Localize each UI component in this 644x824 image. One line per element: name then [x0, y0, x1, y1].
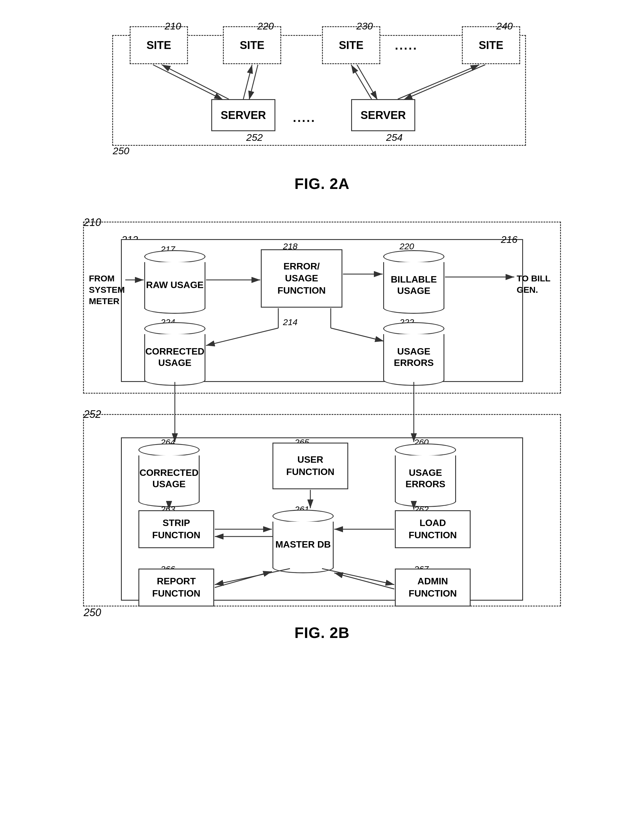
- corrected-usage-bot-cylinder: CORRECTED USAGE: [138, 443, 199, 502]
- server-254-box: SERVER: [351, 99, 415, 131]
- ref-214: 214: [283, 317, 297, 327]
- ref-210: 210: [165, 20, 181, 32]
- from-system-meter-label: FROMSYSTEMMETER: [89, 273, 125, 307]
- dots-sites: .....: [395, 38, 417, 52]
- ref-250-2b: 250: [84, 606, 101, 619]
- server-252-box: SERVER: [211, 99, 275, 131]
- fig2b-section: 210 212 216 FROMSYSTEMMETER TO BILLGEN. …: [74, 216, 570, 641]
- load-function-box: LOAD FUNCTION: [395, 510, 471, 548]
- fig2a-title: FIG. 2A: [294, 175, 350, 192]
- ref-250-label: 250: [113, 145, 129, 157]
- ref-254: 254: [386, 132, 403, 143]
- fig2a-diagram: 250 SITE 210 SITE 220 SITE 230 .....: [89, 17, 555, 169]
- ref-230: 230: [356, 20, 373, 32]
- report-function-box: REPORT FUNCTION: [138, 569, 214, 606]
- ref-252: 252: [246, 132, 263, 143]
- raw-usage-cylinder: RAW USAGE: [144, 249, 205, 309]
- dots-servers: .....: [293, 111, 316, 125]
- billable-usage-cylinder: BILLABLE USAGE: [383, 249, 445, 309]
- usage-errors-top-cylinder: USAGE ERRORS: [383, 321, 445, 381]
- ref-240: 240: [496, 20, 513, 32]
- usage-errors-bot-cylinder: USAGE ERRORS: [395, 443, 456, 502]
- site-220-box: SITE: [223, 26, 281, 64]
- site-210-box: SITE: [130, 26, 188, 64]
- fig2b-title: FIG. 2B: [294, 624, 350, 641]
- page-container: 250 SITE 210 SITE 220 SITE 230 .....: [0, 0, 644, 659]
- corrected-usage-top-cylinder: CORRECTED USAGE: [144, 321, 205, 381]
- site-240-box: SITE: [462, 26, 520, 64]
- ref-216-label: 216: [501, 234, 518, 245]
- strip-function-box: STRIP FUNCTION: [138, 510, 214, 548]
- to-bill-gen-label: TO BILLGEN.: [517, 273, 550, 295]
- fig2a-section: 250 SITE 210 SITE 220 SITE 230 .....: [89, 17, 555, 192]
- site-230-box: SITE: [322, 26, 380, 64]
- ref-220: 220: [257, 20, 274, 32]
- fig2b-diagram: 210 212 216 FROMSYSTEMMETER TO BILLGEN. …: [74, 216, 570, 618]
- master-db-cylinder: MASTER DB: [273, 509, 334, 568]
- error-usage-function-box: ERROR/ USAGE FUNCTION: [261, 249, 342, 307]
- user-function-box: USER FUNCTION: [273, 443, 348, 489]
- admin-function-box: ADMIN FUNCTION: [395, 569, 471, 606]
